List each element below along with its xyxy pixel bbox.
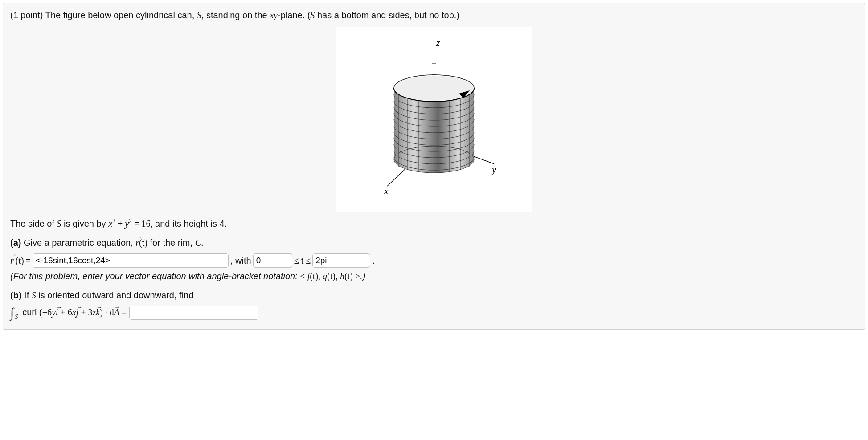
axis-x-label: x xyxy=(384,185,389,196)
t-lower-input[interactable] xyxy=(253,253,292,268)
vector-notation-note: (For this problem, enter your vector equ… xyxy=(10,271,858,281)
leq-t-leq: ≤ t ≤ xyxy=(294,253,311,269)
cylinder-figure: z x y xyxy=(363,39,505,200)
rt-input[interactable] xyxy=(33,253,229,268)
i-hat: →i xyxy=(56,307,58,318)
axis-z-label: z xyxy=(436,39,440,48)
problem-statement: (1 point) The figure below open cylindri… xyxy=(10,9,858,21)
j-hat: →j xyxy=(76,307,79,318)
svg-point-5 xyxy=(395,76,473,101)
vec-r: →r xyxy=(135,238,139,248)
part-b: (b) If S is oriented outward and downwar… xyxy=(10,290,858,301)
side-description: The side of S is given by x2 + y2 = 16, … xyxy=(10,218,858,229)
part-b-label: (b) xyxy=(10,290,22,300)
var-C: C xyxy=(195,238,201,248)
figure-box: z x y xyxy=(336,27,532,212)
integral-symbol: ∫ xyxy=(10,305,14,320)
problem-container: (1 point) The figure below open cylindri… xyxy=(3,3,865,330)
points-label: (1 point) xyxy=(10,10,43,20)
part-a-label: (a) xyxy=(10,238,21,248)
part-a: (a) Give a parametric equation, →r(t) fo… xyxy=(10,238,858,248)
part-b-integral: ∫S curl (−6y→i + 6x→j + 3z→k) · d→A = xyxy=(10,305,858,320)
curl-answer-input[interactable] xyxy=(129,306,258,320)
var-S: S xyxy=(197,10,201,20)
k-hat: →k xyxy=(96,307,100,318)
part-a-inputs: →r(t) = , with ≤ t ≤ . xyxy=(10,253,858,269)
axis-y-label: y xyxy=(491,164,496,175)
integral-subscript: S xyxy=(15,314,18,321)
t-upper-input[interactable] xyxy=(312,253,370,268)
dA-label: d→A xyxy=(110,307,119,317)
curl-label: curl xyxy=(22,307,39,317)
var-xy: xy xyxy=(270,10,278,20)
figure-wrapper: z x y xyxy=(10,27,858,212)
